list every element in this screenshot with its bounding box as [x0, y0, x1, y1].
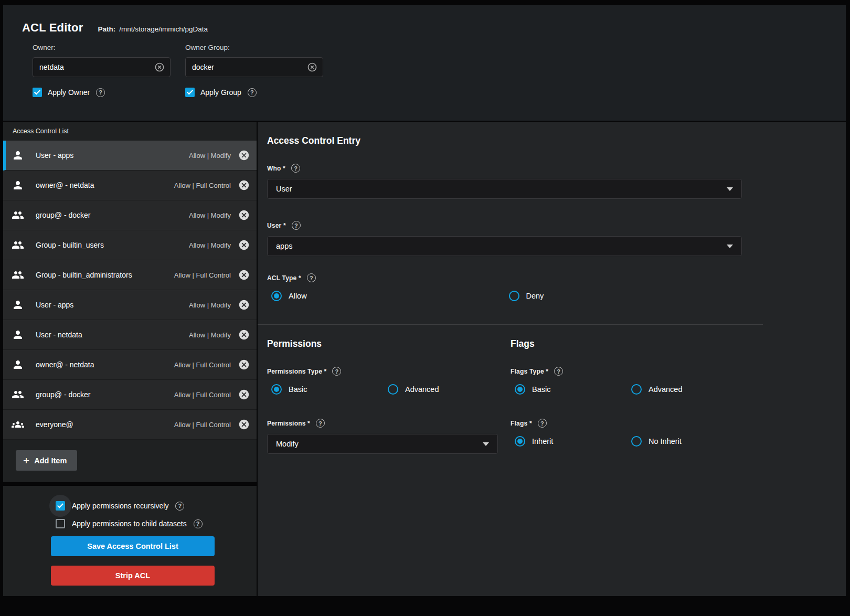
path-value: /mnt/storage/immich/pgData	[119, 25, 208, 33]
apply-owner-label: Apply Owner	[48, 88, 90, 97]
flags-label: Flags *	[511, 420, 532, 427]
recursive-row: Apply permissions recursively	[51, 501, 257, 511]
acl-list-item[interactable]: User - apps Allow | Modify	[3, 141, 257, 171]
remove-ace-icon[interactable]	[238, 329, 250, 341]
save-acl-button[interactable]: Save Access Control List	[51, 536, 215, 556]
permissions-label: Permissions *	[267, 420, 310, 427]
plus-icon: +	[23, 455, 29, 466]
user-select[interactable]: apps	[267, 236, 742, 256]
remove-ace-icon[interactable]	[238, 419, 250, 430]
acl-list-item[interactable]: group@ - docker Allow | Full Control	[3, 380, 257, 410]
acl-list-item[interactable]: User - apps Allow | Modify	[3, 290, 257, 320]
permissions-select[interactable]: Modify	[267, 434, 498, 454]
recursive-checkbox[interactable]	[56, 501, 65, 511]
who-label: Who *	[267, 165, 285, 172]
add-item-label: Add Item	[34, 456, 67, 465]
acl-list-item[interactable]: owner@ - netdata Allow | Full Control	[3, 171, 257, 200]
radio-icon	[388, 384, 398, 395]
remove-ace-icon[interactable]	[238, 239, 250, 251]
user-icon	[12, 149, 24, 162]
permissions-label-row: Permissions *	[267, 419, 511, 428]
apply-owner-help-icon[interactable]	[96, 88, 105, 97]
apply-owner-checkbox[interactable]	[33, 88, 42, 97]
no-inherit-label: No Inherit	[649, 437, 682, 445]
basic-label: Basic	[532, 385, 550, 394]
recursive-help-icon[interactable]	[175, 502, 184, 511]
everyone-icon	[12, 418, 24, 431]
child-datasets-row: Apply permissions to child datasets	[51, 518, 257, 529]
apply-group-help-icon[interactable]	[248, 88, 257, 97]
remove-ace-icon[interactable]	[238, 359, 250, 370]
owner-input[interactable]	[39, 63, 154, 71]
remove-ace-icon[interactable]	[238, 269, 250, 281]
allow-label: Allow	[289, 292, 307, 300]
child-datasets-help-icon[interactable]	[194, 519, 203, 528]
user-icon	[12, 179, 24, 192]
ace-permissions: Allow | Modify	[189, 152, 231, 160]
permissions-flags-columns: Permissions Permissions Type * Basic Adv…	[267, 338, 846, 454]
ace-permissions: Allow | Full Control	[174, 361, 231, 369]
recursive-label: Apply permissions recursively	[72, 502, 168, 510]
user-help-icon[interactable]	[292, 221, 301, 230]
flags-help-icon[interactable]	[538, 419, 547, 428]
acl-list-card: Access Control List User - apps Allow | …	[3, 122, 257, 482]
radio-icon	[631, 436, 642, 447]
acl-list-item[interactable]: User - netdata Allow | Modify	[3, 320, 257, 350]
add-item-button[interactable]: + Add Item	[16, 450, 77, 471]
ace-name: User - apps	[36, 301, 73, 309]
remove-ace-icon[interactable]	[238, 150, 250, 161]
deny-label: Deny	[526, 292, 544, 300]
remove-ace-icon[interactable]	[238, 209, 250, 221]
permissions-title: Permissions	[267, 338, 511, 349]
acl-list-item[interactable]: Group - builtin_administrators Allow | F…	[3, 260, 257, 290]
permissions-help-icon[interactable]	[316, 419, 325, 428]
ace-permissions: Allow | Modify	[189, 211, 231, 219]
ace-name: Group - builtin_administrators	[36, 271, 132, 279]
apply-group-checkbox[interactable]	[185, 88, 195, 97]
remove-ace-icon[interactable]	[238, 299, 250, 311]
flags-no-inherit-radio[interactable]: No Inherit	[627, 436, 747, 447]
remove-ace-icon[interactable]	[238, 179, 250, 191]
flags-section: Flags Flags Type * Basic Advanced	[511, 338, 846, 454]
permissions-type-advanced-radio[interactable]: Advanced	[384, 384, 503, 395]
acl-list-item[interactable]: owner@ - netdata Allow | Full Control	[3, 350, 257, 380]
ace-name: group@ - docker	[36, 390, 90, 399]
acl-list-item[interactable]: everyone@ Allow | Full Control	[3, 410, 257, 440]
clear-owner-icon[interactable]	[154, 62, 165, 72]
clear-owner-group-icon[interactable]	[307, 62, 317, 72]
inherit-label: Inherit	[532, 437, 553, 445]
acl-type-allow-radio[interactable]: Allow	[267, 291, 505, 301]
who-label-row: Who *	[267, 164, 846, 173]
permissions-type-help-icon[interactable]	[332, 367, 341, 376]
radio-icon	[271, 291, 282, 301]
acl-list-item[interactable]: Group - builtin_users Allow | Modify	[3, 230, 257, 260]
advanced-label: Advanced	[405, 385, 439, 394]
path-label: Path:	[98, 25, 115, 33]
acl-type-help-icon[interactable]	[307, 273, 316, 282]
child-datasets-checkbox[interactable]	[56, 519, 65, 528]
who-select[interactable]: User	[267, 179, 742, 199]
acl-type-deny-radio[interactable]: Deny	[505, 291, 742, 301]
ace-name: User - apps	[36, 151, 73, 160]
access-control-entry-panel: Access Control Entry Who * User User * a…	[258, 122, 846, 596]
acl-list-item[interactable]: group@ - docker Allow | Modify	[3, 200, 257, 230]
chevron-down-icon	[727, 187, 733, 191]
flags-type-basic-radio[interactable]: Basic	[511, 384, 627, 395]
group-icon	[12, 269, 24, 281]
radio-icon	[271, 384, 282, 395]
acl-list-panel: Access Control List User - apps Allow | …	[3, 122, 257, 596]
ace-name: group@ - docker	[36, 211, 90, 219]
owner-group-input[interactable]	[192, 63, 307, 71]
permissions-type-basic-radio[interactable]: Basic	[267, 384, 384, 395]
strip-acl-button[interactable]: Strip ACL	[51, 566, 215, 586]
ace-name: owner@ - netdata	[36, 181, 94, 189]
flags-radio-group: Inherit No Inherit	[511, 436, 747, 447]
remove-ace-icon[interactable]	[238, 389, 250, 400]
flags-type-advanced-radio[interactable]: Advanced	[627, 384, 747, 395]
flags-inherit-radio[interactable]: Inherit	[511, 436, 627, 447]
ace-permissions: Allow | Full Control	[174, 421, 231, 429]
who-help-icon[interactable]	[291, 164, 300, 173]
ace-permissions: Allow | Full Control	[174, 182, 231, 189]
flags-type-help-icon[interactable]	[554, 367, 563, 376]
flags-label-row: Flags *	[511, 419, 846, 428]
